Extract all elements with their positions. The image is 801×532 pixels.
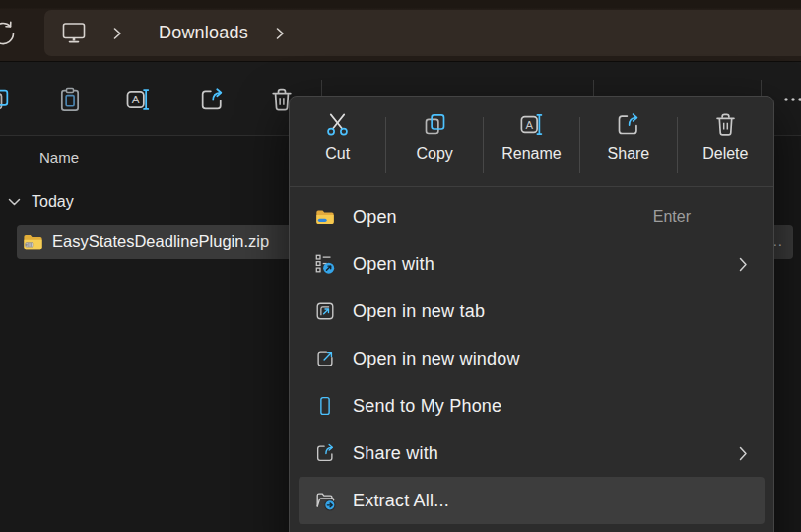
menu-items: Open Enter [290, 187, 773, 524]
new-tab-icon [314, 300, 336, 322]
menu-item-extract-all[interactable]: Extract All... [299, 477, 765, 524]
zip-folder-icon [22, 231, 44, 253]
svg-text:A: A [132, 93, 140, 105]
cut-button[interactable]: Cut [290, 97, 385, 186]
chevron-down-icon[interactable] [8, 198, 21, 207]
chevron-right-icon[interactable] [112, 27, 122, 40]
new-window-icon [314, 348, 336, 369]
menu-item-label: Share with [353, 443, 438, 464]
copy-icon[interactable] [0, 78, 20, 121]
quick-action-label: Cut [325, 145, 350, 163]
menu-item-share-with[interactable]: Share with [299, 430, 765, 477]
address-bar-region: Downloads [0, 0, 801, 61]
menu-item-label: Open [353, 207, 397, 228]
group-header-today[interactable]: Today [8, 193, 74, 211]
share-icon[interactable] [190, 78, 234, 121]
breadcrumb-folder[interactable]: Downloads [159, 23, 248, 43]
menu-item-label: Send to My Phone [353, 396, 501, 417]
quick-action-label: Copy [416, 145, 452, 163]
column-header-name[interactable]: Name [39, 149, 79, 166]
file-explorer-window: Downloads A [0, 0, 801, 532]
menu-item-open[interactable]: Open Enter [299, 193, 765, 240]
quick-actions-row: Cut Copy A [290, 97, 773, 186]
chevron-right-icon[interactable] [275, 27, 285, 40]
menu-item-open-in-new-window[interactable]: Open in new window [299, 335, 765, 382]
svg-text:A: A [526, 119, 534, 131]
cut-icon [324, 111, 351, 138]
file-name: EasyStatesDeadlinePlugin.zip [52, 233, 269, 251]
delete-icon [712, 111, 739, 138]
share-button[interactable]: Share [580, 97, 676, 186]
extract-all-icon [314, 490, 336, 511]
rename-button[interactable]: A Rename [484, 97, 579, 186]
rename-icon[interactable]: A [116, 78, 160, 121]
context-menu: Cut Copy A [289, 96, 774, 532]
quick-action-label: Delete [702, 145, 748, 163]
submenu-chevron-icon [730, 257, 748, 272]
copy-icon [422, 111, 448, 138]
menu-item-label: Extract All... [353, 491, 449, 511]
group-label: Today [32, 193, 74, 211]
menu-item-open-in-new-tab[interactable]: Open in new tab [299, 288, 765, 335]
menu-item-open-with[interactable]: Open with [299, 240, 765, 288]
menu-item-send-to-my-phone[interactable]: Send to My Phone [299, 382, 765, 430]
menu-item-label: Open in new window [353, 349, 520, 369]
share-icon [314, 442, 336, 464]
quick-action-label: Rename [501, 145, 561, 163]
quick-action-label: Share [608, 145, 650, 163]
menu-item-shortcut: Enter [653, 208, 691, 226]
menu-item-label: Open with [353, 254, 434, 275]
rename-icon: A [518, 111, 545, 138]
open-with-icon [314, 253, 336, 275]
copy-button[interactable]: Copy [386, 97, 482, 186]
this-pc-monitor-icon[interactable] [61, 22, 87, 44]
submenu-chevron-icon [730, 446, 748, 461]
open-folder-icon [314, 206, 336, 228]
menu-item-label: Open in new tab [353, 301, 485, 322]
delete-button[interactable]: Delete [678, 97, 773, 186]
refresh-icon[interactable] [0, 19, 18, 48]
breadcrumb[interactable]: Downloads [44, 10, 801, 56]
phone-icon [314, 395, 336, 417]
share-icon [615, 111, 641, 138]
paste-icon[interactable] [48, 78, 92, 121]
